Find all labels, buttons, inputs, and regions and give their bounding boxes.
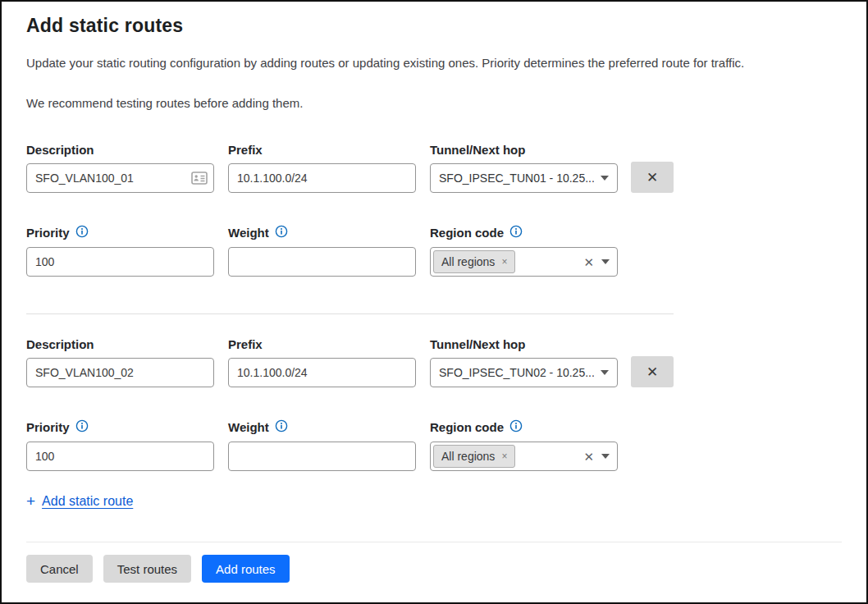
prefix-field-group: Prefix: [228, 337, 416, 387]
region-field-group: Region code All regions ×: [430, 225, 618, 277]
dialog-footer: Cancel Test routes Add routes: [26, 555, 842, 583]
region-label-text: Region code: [430, 420, 504, 434]
prefix-input[interactable]: [228, 358, 416, 387]
add-routes-button[interactable]: Add routes: [202, 555, 290, 583]
description-field-group: Description: [26, 337, 214, 387]
dialog-description: Update your static routing configuration…: [26, 55, 842, 71]
tunnel-selected-value: SFO_IPSEC_TUN01 - 10.25...: [439, 172, 594, 185]
weight-input[interactable]: [228, 442, 416, 471]
tunnel-label: Tunnel/Next hop: [430, 143, 618, 157]
weight-field-group: Weight: [228, 225, 416, 277]
region-label: Region code: [430, 225, 618, 240]
close-icon: ✕: [646, 364, 658, 381]
priority-label: Priority: [26, 419, 214, 435]
chevron-down-icon: [601, 259, 610, 264]
region-tag: All regions ×: [433, 445, 515, 468]
prefix-label: Prefix: [228, 143, 416, 157]
add-static-route-label: Add static route: [42, 494, 133, 509]
region-multiselect[interactable]: All regions × ✕: [430, 247, 618, 277]
clear-selection-icon[interactable]: ✕: [583, 256, 594, 268]
weight-field-group: Weight: [228, 419, 416, 471]
clear-selection-icon[interactable]: ✕: [583, 451, 594, 463]
tunnel-label: Tunnel/Next hop: [430, 337, 618, 351]
description-label: Description: [26, 337, 214, 351]
tunnel-select[interactable]: SFO_IPSEC_TUN01 - 10.25...: [430, 163, 618, 193]
weight-label-text: Weight: [228, 226, 269, 240]
description-field-group: Description: [26, 143, 214, 193]
priority-input[interactable]: [26, 247, 214, 277]
tunnel-select[interactable]: SFO_IPSEC_TUN02 - 10.25...: [430, 358, 618, 387]
add-static-routes-dialog: Add static routes Update your static rou…: [0, 0, 868, 604]
weight-label: Weight: [228, 419, 416, 435]
remove-tag-icon[interactable]: ×: [501, 256, 507, 268]
route-section: Description Prefix Tunnel/Next hop SFO_I…: [26, 337, 842, 471]
weight-label-text: Weight: [228, 420, 269, 434]
dialog-note: We recommend testing routes before addin…: [26, 96, 842, 110]
close-icon: ✕: [646, 169, 658, 186]
info-icon[interactable]: [509, 419, 523, 435]
prefix-field-group: Prefix: [228, 143, 416, 193]
chevron-down-icon: [601, 176, 609, 181]
region-tag: All regions ×: [433, 250, 515, 273]
info-icon[interactable]: [75, 419, 89, 435]
test-routes-button[interactable]: Test routes: [103, 555, 191, 583]
info-icon[interactable]: [275, 225, 288, 240]
info-icon[interactable]: [275, 419, 288, 435]
priority-field-group: Priority: [26, 419, 214, 471]
weight-label: Weight: [228, 225, 416, 240]
priority-input[interactable]: [26, 442, 214, 471]
prefix-label: Prefix: [228, 337, 416, 351]
description-input[interactable]: [26, 163, 214, 193]
region-label: Region code: [430, 419, 618, 435]
route-divider: [26, 313, 674, 314]
priority-field-group: Priority: [26, 225, 214, 277]
tunnel-field-group: Tunnel/Next hop SFO_IPSEC_TUN02 - 10.25.…: [430, 337, 618, 387]
route-section: Description: [26, 143, 842, 277]
chevron-down-icon: [601, 454, 610, 459]
region-tag-label: All regions: [441, 450, 495, 463]
priority-label: Priority: [26, 225, 214, 240]
footer-divider: [26, 542, 842, 542]
cancel-button[interactable]: Cancel: [26, 555, 93, 583]
region-label-text: Region code: [430, 226, 504, 240]
remove-tag-icon[interactable]: ×: [501, 451, 507, 462]
priority-label-text: Priority: [26, 420, 70, 434]
plus-icon: +: [26, 493, 35, 509]
contact-card-icon: [191, 172, 208, 185]
info-icon[interactable]: [509, 225, 523, 240]
region-tag-label: All regions: [441, 255, 495, 268]
delete-route-button[interactable]: ✕: [631, 162, 674, 193]
page-title: Add static routes: [26, 15, 842, 37]
tunnel-field-group: Tunnel/Next hop SFO_IPSEC_TUN01 - 10.25.…: [430, 143, 618, 193]
description-label: Description: [26, 143, 214, 157]
tunnel-selected-value: SFO_IPSEC_TUN02 - 10.25...: [439, 366, 594, 379]
prefix-input[interactable]: [228, 163, 416, 193]
delete-route-button[interactable]: ✕: [631, 356, 674, 387]
region-multiselect[interactable]: All regions × ✕: [430, 442, 618, 471]
priority-label-text: Priority: [26, 226, 70, 240]
info-icon[interactable]: [75, 225, 89, 240]
chevron-down-icon: [601, 370, 609, 375]
weight-input[interactable]: [228, 247, 416, 277]
region-field-group: Region code All regions ×: [430, 419, 618, 471]
description-input[interactable]: [26, 358, 214, 387]
add-static-route-link[interactable]: + Add static route: [26, 493, 133, 509]
